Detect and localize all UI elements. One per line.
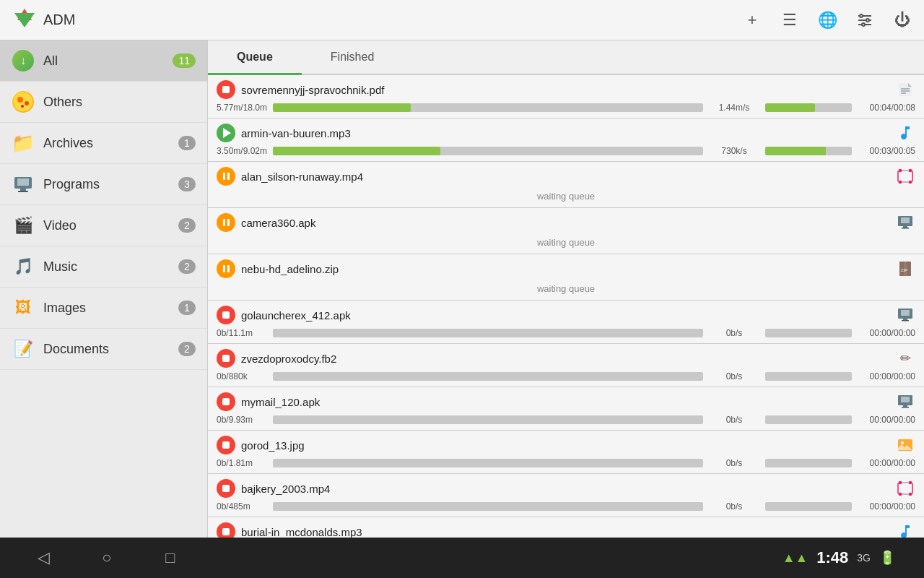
svg-rect-27	[902, 228, 909, 229]
sidebar-badge-music: 2	[178, 259, 196, 274]
downloaded-label-1: 5.77m/18.0m	[217, 103, 267, 113]
tab-finished[interactable]: Finished	[302, 40, 403, 75]
sidebar-item-programs[interactable]: Programs 3	[0, 164, 207, 205]
waiting-label-4: waiting queue	[217, 236, 915, 251]
time-label-8: 00:00/00:00	[858, 415, 915, 425]
download-item-4: camera360.apk waiting queue	[208, 208, 924, 254]
recent-button[interactable]: □	[156, 543, 185, 572]
sidebar-label-images: Images	[43, 301, 178, 316]
file-type-icon-1	[895, 79, 915, 100]
speed-fill-2	[765, 147, 826, 155]
download-item-7: zvezdoproxodcy.fb2 ✏ 0b/880k 0b/s 00:00/…	[208, 344, 924, 387]
stop-button-7[interactable]	[217, 349, 235, 368]
download-item-2: armin-van-buuren.mp3 3.50m/9.02m 730k/s …	[208, 118, 924, 162]
settings-button[interactable]	[855, 10, 875, 30]
sidebar-label-video: Video	[43, 218, 178, 233]
time-label-2: 00:03/00:05	[858, 146, 915, 156]
svg-rect-32	[901, 310, 910, 316]
topbar: ADM + ☰ 🌐 ⏻	[0, 0, 924, 40]
video-icon: 🎬	[12, 214, 35, 237]
progress-row-6: 0b/11.1m 0b/s 00:00/00:00	[217, 328, 915, 338]
speed-bar-1	[765, 103, 852, 112]
app-logo	[12, 7, 38, 33]
svg-rect-36	[901, 397, 910, 402]
stop-button-6[interactable]	[217, 306, 235, 324]
download-item-3: alan_silson-runaway.mp4 waiting queue	[208, 162, 924, 208]
progress-bar-1	[273, 103, 703, 112]
sidebar-item-documents[interactable]: 📝 Documents 2	[0, 329, 207, 370]
filename-9: gorod_13.jpg	[241, 439, 889, 452]
svg-rect-34	[902, 320, 909, 322]
stop-button-8[interactable]	[217, 392, 235, 411]
downloaded-label-10: 0b/485m	[217, 501, 267, 512]
file-type-icon-4	[895, 212, 915, 233]
sidebar-badge-video: 2	[178, 218, 196, 233]
file-type-icon-3	[895, 166, 915, 186]
svg-point-23	[910, 181, 912, 184]
speed-label-1: 1.44m/s	[709, 103, 759, 113]
sidebar-item-images[interactable]: 🖼 Images 1	[0, 288, 207, 329]
time-label-6: 00:00/00:00	[858, 328, 915, 338]
play-button-2[interactable]	[217, 124, 235, 142]
svg-point-44	[899, 482, 902, 484]
logo-area: ADM	[12, 7, 742, 33]
pause-button-5[interactable]	[217, 259, 235, 278]
back-button[interactable]: ◁	[29, 543, 58, 572]
battery-icon: 🔋	[879, 550, 895, 566]
download-item-1: sovremennyjj-spravochnik.pdf 5.77m/18.0m…	[208, 75, 924, 118]
app-title: ADM	[43, 12, 75, 28]
tabbar: Queue Finished	[208, 40, 924, 75]
filename-10: bajkery_2003.mp4	[241, 483, 889, 495]
file-type-icon-2	[895, 123, 915, 143]
download-list: sovremennyjj-spravochnik.pdf 5.77m/18.0m…	[208, 75, 924, 538]
sidebar-label-all: All	[43, 53, 173, 69]
archives-icon: 📁	[12, 131, 35, 155]
stop-button-11[interactable]	[217, 522, 235, 538]
main-area: ↓ All 11 Others 📁 Archives 1	[0, 40, 924, 538]
filename-6: golauncherex_412.apk	[241, 309, 889, 322]
pause-button-3[interactable]	[217, 167, 235, 186]
sidebar-item-others[interactable]: Others	[0, 82, 207, 123]
file-type-icon-11	[895, 522, 915, 538]
download-header-3: alan_silson-runaway.mp4	[217, 166, 915, 186]
file-type-icon-5: ZIP	[895, 259, 915, 279]
svg-point-6	[14, 92, 32, 111]
power-button[interactable]: ⏻	[892, 10, 912, 30]
progress-bar-6	[273, 329, 703, 337]
home-button[interactable]: ○	[92, 543, 121, 572]
download-item-8: mymail_120.apk 0b/9.93m 0b/s 00:00/00:00	[208, 387, 924, 431]
waiting-label-5: waiting queue	[217, 282, 915, 297]
download-header-5: nebu-hd_adelino.zip ZIP	[217, 259, 915, 279]
svg-rect-33	[903, 319, 907, 320]
speed-label-10: 0b/s	[709, 501, 759, 512]
right-panel: Queue Finished sovremennyjj-spravochnik.…	[208, 40, 924, 538]
svg-rect-17	[898, 171, 912, 182]
globe-button[interactable]: 🌐	[817, 10, 837, 30]
sidebar-item-video[interactable]: 🎬 Video 2	[0, 205, 207, 246]
sidebar-item-archives[interactable]: 📁 Archives 1	[0, 123, 207, 164]
svg-point-5	[862, 23, 865, 26]
network-label: 3G	[857, 552, 871, 564]
speed-label-6: 0b/s	[709, 328, 759, 338]
sidebar-label-documents: Documents	[43, 342, 178, 357]
menu-button[interactable]: ☰	[780, 10, 800, 30]
add-button[interactable]: +	[742, 10, 762, 30]
stop-button-10[interactable]	[217, 479, 235, 498]
tab-queue[interactable]: Queue	[208, 40, 302, 75]
svg-point-3	[860, 14, 863, 17]
svg-point-20	[899, 170, 902, 172]
downloaded-label-6: 0b/11.1m	[217, 328, 267, 338]
pause-button-4[interactable]	[217, 213, 235, 232]
downloaded-label-9: 0b/1.81m	[217, 458, 267, 468]
speed-bar-10	[765, 502, 852, 511]
stop-button-9[interactable]	[217, 436, 235, 454]
svg-rect-12	[20, 189, 26, 191]
sidebar-item-music[interactable]: 🎵 Music 2	[0, 246, 207, 288]
progress-row-2: 3.50m/9.02m 730k/s 00:03/00:05	[217, 146, 915, 156]
sidebar-label-programs: Programs	[43, 177, 178, 192]
stop-button-1[interactable]	[217, 80, 235, 99]
svg-point-40	[901, 441, 904, 444]
download-header-11: burial-in_mcdonalds.mp3	[217, 522, 915, 538]
filename-7: zvezdoproxodcy.fb2	[241, 353, 889, 365]
sidebar-item-all[interactable]: ↓ All 11	[0, 40, 207, 82]
